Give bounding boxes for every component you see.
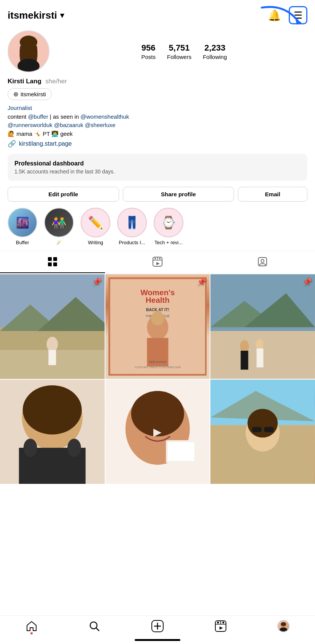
posts-label: Posts bbox=[141, 54, 156, 60]
highlights-row: 🌆 Buffer 👫 🪄 ✏️ Writing 👖 Products I... … bbox=[0, 208, 315, 245]
notification-button[interactable]: 🔔 bbox=[266, 8, 283, 23]
svg-marker-14 bbox=[156, 262, 160, 265]
nav-home[interactable] bbox=[25, 620, 38, 632]
website-link[interactable]: kirstilang.start.page bbox=[19, 140, 72, 147]
link-icon: 🔗 bbox=[8, 140, 16, 148]
womenshealth-link[interactable]: @womenshealthuk bbox=[80, 113, 129, 120]
runners-link[interactable]: @runnersworlduk bbox=[8, 122, 52, 128]
following-stat[interactable]: 2,233 Following bbox=[203, 43, 227, 60]
svg-point-49 bbox=[67, 439, 81, 457]
bio-text: Journalist content @buffer | as seen in … bbox=[8, 104, 307, 138]
svg-point-22 bbox=[46, 337, 58, 352]
svg-point-71 bbox=[223, 622, 224, 623]
svg-text:Health: Health bbox=[145, 296, 169, 304]
username-area[interactable]: itsmekirsti ▾ bbox=[8, 10, 64, 21]
bio-link-container[interactable]: 🔗 kirstilang.start.page bbox=[8, 140, 307, 148]
highlight-buffer[interactable]: 🌆 Buffer bbox=[8, 208, 37, 245]
nav-reels[interactable] bbox=[215, 620, 227, 632]
posts-stat[interactable]: 956 Posts bbox=[141, 43, 156, 60]
highlight-circle-products: 👖 bbox=[117, 208, 147, 237]
svg-point-75 bbox=[280, 628, 288, 633]
following-count: 2,233 bbox=[204, 43, 225, 53]
posts-count: 956 bbox=[142, 43, 156, 53]
highlight-label-tech: Tech + revi... bbox=[154, 240, 183, 245]
header: itsmekirsti ▾ 🔔 ☰ bbox=[0, 0, 315, 27]
threads-badge[interactable]: ⊛ itsmekirsti bbox=[8, 88, 52, 100]
svg-point-16 bbox=[261, 259, 264, 262]
svg-line-63 bbox=[96, 628, 99, 631]
stats-row: 956 Posts 5,751 Followers 2,233 Followin… bbox=[61, 43, 307, 60]
svg-marker-72 bbox=[220, 627, 223, 630]
photo-grid: 📌 📌 Women's Health BACK AT IT! THE SEX I… bbox=[0, 274, 315, 484]
avatar-container[interactable] bbox=[8, 30, 49, 72]
nav-create[interactable] bbox=[151, 620, 164, 633]
followers-count: 5,751 bbox=[169, 43, 190, 53]
photo-cell-1[interactable]: 📌 bbox=[0, 274, 105, 379]
highlight-circle-writing: ✏️ bbox=[81, 208, 110, 237]
followers-stat[interactable]: 5,751 Followers bbox=[167, 43, 191, 60]
nav-search[interactable] bbox=[88, 620, 100, 632]
dashboard-title: Professional dashboard bbox=[14, 160, 301, 167]
photo-cell-5[interactable]: ▶ bbox=[105, 380, 210, 484]
svg-point-48 bbox=[24, 439, 37, 457]
highlight-circle-buffer: 🌆 bbox=[8, 208, 37, 237]
photo-cell-2[interactable]: 📌 Women's Health BACK AT IT! THE SEX ISS… bbox=[105, 274, 210, 379]
svg-rect-8 bbox=[53, 262, 57, 266]
bio-section: Kirsti Lang she/her ⊛ itsmekirsti Journa… bbox=[8, 78, 307, 148]
username-text: itsmekirsti bbox=[8, 10, 57, 21]
svg-rect-43 bbox=[257, 348, 264, 367]
photo-cell-4[interactable] bbox=[0, 380, 105, 484]
tab-reels[interactable] bbox=[105, 251, 210, 273]
svg-text:YOUR FAST TRACK TO GLOWING SKI: YOUR FAST TRACK TO GLOWING SKIN bbox=[134, 366, 181, 369]
edit-profile-button[interactable]: Edit profile bbox=[8, 187, 119, 202]
nav-profile[interactable] bbox=[277, 620, 290, 632]
svg-rect-5 bbox=[48, 257, 52, 261]
threads-icon: ⊛ bbox=[13, 91, 18, 98]
svg-point-42 bbox=[256, 339, 264, 350]
highlight-emoji[interactable]: 👫 🪄 bbox=[44, 208, 74, 245]
home-indicator bbox=[135, 639, 180, 641]
pin-icon-2: 📌 bbox=[197, 277, 207, 286]
header-icons: 🔔 ☰ bbox=[266, 6, 307, 24]
svg-rect-54 bbox=[168, 442, 194, 461]
highlight-writing[interactable]: ✏️ Writing bbox=[81, 208, 110, 245]
home-dot bbox=[30, 632, 33, 634]
tab-tagged[interactable] bbox=[210, 251, 315, 273]
highlight-products[interactable]: 👖 Products I... bbox=[117, 208, 147, 245]
dashboard-subtitle: 1.5K accounts reached in the last 30 day… bbox=[14, 169, 301, 175]
avatar bbox=[8, 30, 49, 72]
svg-point-70 bbox=[217, 622, 219, 623]
profile-section: 956 Posts 5,751 Followers 2,233 Followin… bbox=[0, 27, 315, 148]
profile-name: Kirsti Lang bbox=[8, 78, 41, 85]
svg-point-12 bbox=[154, 258, 156, 259]
highlight-label-writing: Writing bbox=[88, 240, 103, 245]
chevron-down-icon: ▾ bbox=[60, 11, 64, 20]
menu-button[interactable]: ☰ bbox=[289, 6, 307, 24]
svg-point-13 bbox=[159, 258, 161, 259]
svg-rect-23 bbox=[48, 350, 56, 365]
svg-rect-60 bbox=[252, 427, 262, 432]
svg-point-32 bbox=[151, 311, 164, 325]
profile-top: 956 Posts 5,751 Followers 2,233 Followin… bbox=[8, 30, 307, 72]
svg-text:Women's: Women's bbox=[140, 288, 175, 297]
highlight-tech[interactable]: ⌚ Tech + revi... bbox=[154, 208, 183, 245]
pin-icon-3: 📌 bbox=[302, 277, 312, 286]
email-button[interactable]: Email bbox=[238, 187, 307, 202]
action-buttons: Edit profile Share profile Email bbox=[0, 187, 315, 202]
svg-rect-7 bbox=[48, 262, 52, 266]
share-profile-button[interactable]: Share profile bbox=[123, 187, 234, 202]
svg-rect-41 bbox=[241, 351, 248, 370]
svg-point-40 bbox=[240, 340, 249, 352]
photo-cell-3[interactable]: 📌 bbox=[210, 274, 315, 379]
professional-dashboard[interactable]: Professional dashboard 1.5K accounts rea… bbox=[8, 154, 307, 181]
bazaar-link[interactable]: @bazaaruk bbox=[54, 122, 83, 128]
sheerluxe-link[interactable]: @sheerluxe bbox=[85, 122, 115, 128]
photo-cell-6[interactable] bbox=[210, 380, 315, 484]
threads-handle: itsmekirsti bbox=[21, 91, 46, 97]
tab-grid[interactable] bbox=[0, 251, 105, 273]
highlight-label-buffer: Buffer bbox=[16, 240, 29, 245]
svg-point-46 bbox=[23, 385, 82, 434]
highlight-label-products: Products I... bbox=[119, 240, 145, 245]
buffer-link[interactable]: @buffer bbox=[28, 113, 48, 120]
journalist-link[interactable]: Journalist bbox=[8, 105, 32, 111]
